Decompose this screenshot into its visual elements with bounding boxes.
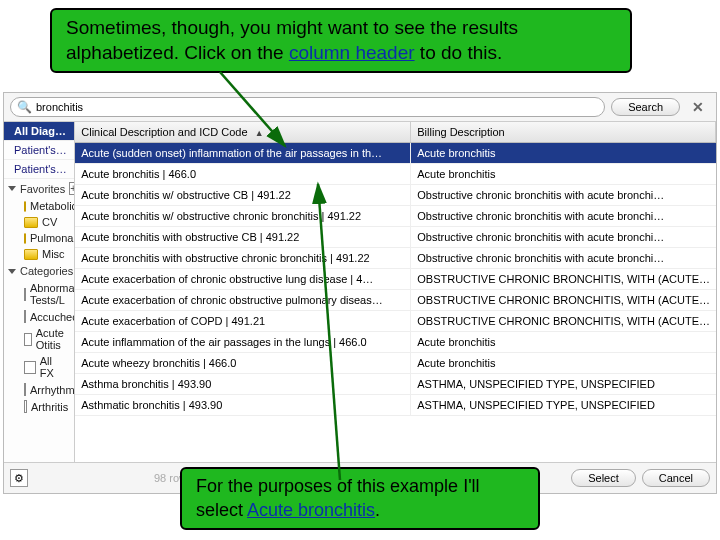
cell-billing: Obstructive chronic bronchitis with acut… [411, 248, 716, 268]
categories-group[interactable]: Categories [4, 262, 74, 280]
table-row[interactable]: Asthmatic bronchitis | 493.90ASTHMA, UNS… [75, 395, 716, 416]
cell-clinical: Acute exacerbation of chronic obstructiv… [75, 269, 411, 289]
document-icon [24, 383, 26, 396]
search-input[interactable] [36, 101, 598, 113]
diagnosis-search-window: 🔍 Search ✕ All DiagnosesPatient's Diagno… [3, 92, 717, 494]
cell-billing: Acute bronchitis [411, 332, 716, 352]
cell-clinical: Acute (sudden onset) inflammation of the… [75, 143, 411, 163]
sidebar-item-label: Abnormal Tests/L [30, 282, 75, 306]
sidebar-favorite-item[interactable]: Metabolic [4, 198, 74, 214]
column-label: Billing Description [417, 126, 504, 138]
favorites-group[interactable]: Favorites + [4, 179, 74, 198]
document-icon [24, 310, 26, 323]
chevron-down-icon [8, 269, 16, 274]
folder-icon [24, 233, 26, 244]
table-row[interactable]: Acute bronchitis | 466.0Acute bronchitis [75, 164, 716, 185]
group-label: Categories [20, 265, 73, 277]
document-icon [24, 400, 27, 413]
table-row[interactable]: Acute bronchitis w/ obstructive CB | 491… [75, 185, 716, 206]
instruction-callout-top: Sometimes, though, you might want to see… [50, 8, 632, 73]
search-icon: 🔍 [17, 100, 32, 114]
sidebar-category-item[interactable]: Accucheck [4, 308, 74, 325]
sidebar-favorite-item[interactable]: Misc [4, 246, 74, 262]
sidebar-item-label: Acute Otitis [36, 327, 68, 351]
cancel-button[interactable]: Cancel [642, 469, 710, 487]
cell-billing: OBSTRUCTIVE CHRONIC BRONCHITIS, WITH (AC… [411, 269, 716, 289]
cell-clinical: Acute inflammation of the air passages i… [75, 332, 411, 352]
sidebar-category-item[interactable]: Arthritis [4, 398, 74, 415]
folder-icon [24, 201, 26, 212]
sidebar-item-label: CV [42, 216, 57, 228]
chevron-down-icon [8, 186, 16, 191]
cell-clinical: Acute bronchitis w/ obstructive CB | 491… [75, 185, 411, 205]
column-header-billing[interactable]: Billing Description [411, 122, 716, 142]
cell-billing: Acute bronchitis [411, 143, 716, 163]
search-field-wrap[interactable]: 🔍 [10, 97, 605, 117]
callout-link: Acute bronchitis [247, 500, 375, 520]
table-row[interactable]: Acute bronchitis w/ obstructive chronic … [75, 206, 716, 227]
document-icon [24, 333, 32, 346]
cell-clinical: Acute bronchitis w/ obstructive chronic … [75, 206, 411, 226]
cell-clinical: Acute wheezy bronchitis | 466.0 [75, 353, 411, 373]
table-row[interactable]: Acute inflammation of the air passages i… [75, 332, 716, 353]
cell-billing: Obstructive chronic bronchitis with acut… [411, 227, 716, 247]
settings-button[interactable]: ⚙ [10, 469, 28, 487]
cell-clinical: Asthma bronchitis | 493.90 [75, 374, 411, 394]
sidebar-category-item[interactable]: Arrhythmias [4, 381, 74, 398]
search-button[interactable]: Search [611, 98, 680, 116]
sidebar-item-label: All FX [40, 355, 69, 379]
table-row[interactable]: Acute (sudden onset) inflammation of the… [75, 143, 716, 164]
cell-billing: ASTHMA, UNSPECIFIED TYPE, UNSPECIFIED [411, 395, 716, 415]
column-header-clinical[interactable]: Clinical Description and ICD Code ▲ [75, 122, 411, 142]
cell-clinical: Acute bronchitis | 466.0 [75, 164, 411, 184]
cell-billing: Obstructive chronic bronchitis with acut… [411, 185, 716, 205]
table-row[interactable]: Acute exacerbation of chronic obstructiv… [75, 269, 716, 290]
document-icon [24, 361, 36, 374]
sidebar-item-label: Pulmonary [30, 232, 75, 244]
cell-billing: OBSTRUCTIVE CHRONIC BRONCHITIS, WITH (AC… [411, 311, 716, 331]
sidebar-item-label: Arrhythmias [30, 384, 75, 396]
folder-icon [24, 217, 38, 228]
cell-billing: OBSTRUCTIVE CHRONIC BRONCHITIS, WITH (AC… [411, 290, 716, 310]
table-row[interactable]: Acute bronchitis with obstructive CB | 4… [75, 227, 716, 248]
gear-icon: ⚙ [14, 472, 24, 485]
table-row[interactable]: Acute wheezy bronchitis | 466.0Acute bro… [75, 353, 716, 374]
results-pane: Clinical Description and ICD Code ▲ Bill… [75, 122, 716, 462]
search-bar: 🔍 Search ✕ [4, 93, 716, 122]
cell-clinical: Acute bronchitis with obstructive chroni… [75, 248, 411, 268]
sort-indicator-icon: ▲ [255, 128, 264, 138]
instruction-callout-bottom: For the purposes of this example I'll se… [180, 467, 540, 530]
table-row[interactable]: Acute exacerbation of COPD | 491.21OBSTR… [75, 311, 716, 332]
sidebar: All DiagnosesPatient's DiagnosesPatient'… [4, 122, 75, 462]
sidebar-category-item[interactable]: Abnormal Tests/L [4, 280, 74, 308]
cell-clinical: Asthmatic bronchitis | 493.90 [75, 395, 411, 415]
column-label: Clinical Description and ICD Code [81, 126, 247, 138]
cell-billing: Obstructive chronic bronchitis with acut… [411, 206, 716, 226]
sidebar-item[interactable]: All Diagnoses [4, 122, 74, 141]
cell-clinical: Acute exacerbation of COPD | 491.21 [75, 311, 411, 331]
sidebar-item-label: Accucheck [30, 311, 75, 323]
sidebar-item-label: Misc [42, 248, 65, 260]
group-label: Favorites [20, 183, 65, 195]
sidebar-favorite-item[interactable]: CV [4, 214, 74, 230]
close-icon[interactable]: ✕ [686, 99, 710, 115]
sidebar-item-label: Arthritis [31, 401, 68, 413]
sidebar-category-item[interactable]: Acute Otitis [4, 325, 74, 353]
select-button[interactable]: Select [571, 469, 636, 487]
document-icon [24, 288, 26, 301]
table-row[interactable]: Asthma bronchitis | 493.90ASTHMA, UNSPEC… [75, 374, 716, 395]
callout-text: . [375, 500, 380, 520]
table-row[interactable]: Acute exacerbation of chronic obstructiv… [75, 290, 716, 311]
callout-link: column header [289, 42, 415, 63]
column-headers: Clinical Description and ICD Code ▲ Bill… [75, 122, 716, 143]
sidebar-category-item[interactable]: All FX [4, 353, 74, 381]
cell-clinical: Acute bronchitis with obstructive CB | 4… [75, 227, 411, 247]
cell-billing: ASTHMA, UNSPECIFIED TYPE, UNSPECIFIED [411, 374, 716, 394]
sidebar-item[interactable]: Patient's Chronic Diagno [4, 160, 74, 179]
cell-clinical: Acute exacerbation of chronic obstructiv… [75, 290, 411, 310]
sidebar-favorite-item[interactable]: Pulmonary [4, 230, 74, 246]
sidebar-item[interactable]: Patient's Diagnoses [4, 141, 74, 160]
table-row[interactable]: Acute bronchitis with obstructive chroni… [75, 248, 716, 269]
callout-text: to do this. [415, 42, 503, 63]
cell-billing: Acute bronchitis [411, 164, 716, 184]
